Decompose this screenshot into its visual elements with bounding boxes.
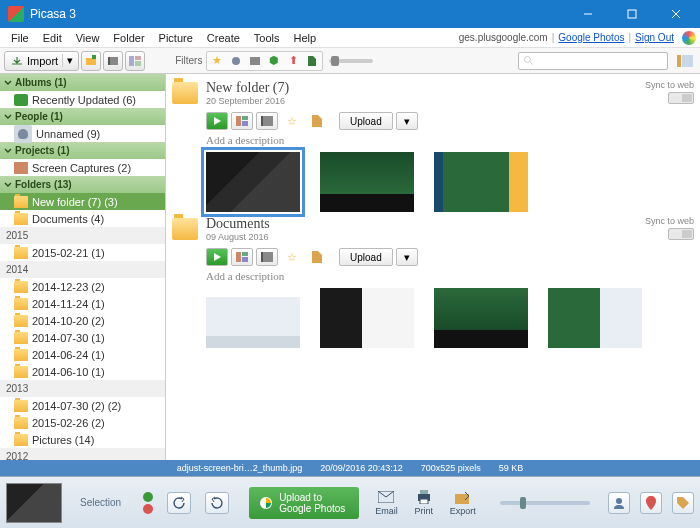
- sync-to-web[interactable]: Sync to web: [645, 80, 694, 106]
- import-button[interactable]: Import ▾: [4, 51, 79, 71]
- sidebar-year: 2014: [0, 261, 165, 278]
- upload-google-photos-button[interactable]: Upload to Google Photos: [249, 487, 359, 519]
- chevron-down-icon: ▾: [62, 54, 72, 67]
- movie-button[interactable]: [103, 51, 123, 71]
- sidebar-item-label: Unnamed (9): [36, 128, 100, 140]
- sidebar-item[interactable]: 2014-10-20 (2): [0, 312, 165, 329]
- folder-description[interactable]: Add a description: [206, 270, 694, 282]
- sidebar-item[interactable]: 2015-02-26 (2): [0, 414, 165, 431]
- menu-tools[interactable]: Tools: [247, 30, 287, 46]
- sidebar-header[interactable]: Projects (1): [0, 142, 165, 159]
- create-collage-button[interactable]: [231, 248, 253, 266]
- print-button[interactable]: Print: [414, 489, 434, 516]
- thumbnail[interactable]: [434, 288, 528, 348]
- collapse-icon: [4, 147, 12, 155]
- sidebar-item[interactable]: Screen Captures (2): [0, 159, 165, 176]
- sidebar-item[interactable]: 2014-07-30 (1): [0, 329, 165, 346]
- thumbnail[interactable]: [320, 288, 414, 348]
- sidebar-item[interactable]: Unnamed (9): [0, 125, 165, 142]
- folder-title[interactable]: New folder (7): [206, 80, 289, 96]
- sidebar-item[interactable]: Recently Updated (6): [0, 91, 165, 108]
- collage-button[interactable]: [125, 51, 145, 71]
- svg-rect-1: [628, 10, 636, 18]
- sidebar-header[interactable]: Albums (1): [0, 74, 165, 91]
- sync-toggle[interactable]: [668, 228, 694, 240]
- menu-folder[interactable]: Folder: [106, 30, 151, 46]
- thumbnail[interactable]: [320, 152, 414, 212]
- sidebar-item[interactable]: 2014-07-30 (2) (2): [0, 397, 165, 414]
- export-button[interactable]: Export: [450, 489, 476, 516]
- folder-icon: [14, 281, 28, 293]
- thumbnail[interactable]: [548, 288, 642, 348]
- filter-tags[interactable]: [303, 53, 321, 69]
- folder-icon: [172, 218, 198, 240]
- minimize-button[interactable]: [566, 0, 610, 28]
- menu-file[interactable]: File: [4, 30, 36, 46]
- sidebar-item[interactable]: 2014-06-24 (1): [0, 346, 165, 363]
- view-mode-button[interactable]: [674, 52, 696, 70]
- rotate-left-button[interactable]: [167, 492, 191, 514]
- menu-create[interactable]: Create: [200, 30, 247, 46]
- tags-button[interactable]: [672, 492, 694, 514]
- pin-hold-icon[interactable]: [143, 492, 153, 502]
- pin-clear-icon[interactable]: [143, 504, 153, 514]
- play-slideshow-button[interactable]: [206, 112, 228, 130]
- create-movie-button[interactable]: [256, 112, 278, 130]
- sidebar-item[interactable]: Pictures (14): [0, 431, 165, 448]
- menu-help[interactable]: Help: [287, 30, 324, 46]
- thumbnail[interactable]: [434, 152, 528, 212]
- selection-thumbnail[interactable]: [6, 483, 62, 523]
- sidebar-item[interactable]: 2014-06-10 (1): [0, 363, 165, 380]
- filter-uploads[interactable]: ⬆: [284, 53, 302, 69]
- sync-toggle[interactable]: [668, 92, 694, 104]
- thumbnail[interactable]: [206, 152, 300, 212]
- filter-faces[interactable]: [227, 53, 245, 69]
- folder-description[interactable]: Add a description: [206, 134, 694, 146]
- upload-menu-button[interactable]: ▾: [396, 112, 418, 130]
- rotate-right-button[interactable]: [205, 492, 229, 514]
- sidebar-item[interactable]: 2014-12-23 (2): [0, 278, 165, 295]
- filter-starred[interactable]: ★: [208, 53, 226, 69]
- sidebar-item[interactable]: 2014-11-24 (1): [0, 295, 165, 312]
- sidebar-item[interactable]: 2015-02-21 (1): [0, 244, 165, 261]
- close-button[interactable]: [654, 0, 698, 28]
- search-input[interactable]: [518, 52, 668, 70]
- tag-people-button[interactable]: [608, 492, 630, 514]
- sync-to-web[interactable]: Sync to web: [645, 216, 694, 242]
- filter-geo[interactable]: ⬢: [265, 53, 283, 69]
- sidebar-item[interactable]: Documents (4): [0, 210, 165, 227]
- folder-actions: ☆Upload▾: [206, 112, 694, 130]
- create-collage-button[interactable]: [231, 112, 253, 130]
- selection-label: Selection: [80, 497, 121, 508]
- upload-button[interactable]: Upload: [339, 248, 393, 266]
- sidebar-item-label: 2014-12-23 (2): [32, 281, 105, 293]
- email-button[interactable]: Email: [375, 489, 398, 516]
- content-area[interactable]: New folder (7)20 September 2016Sync to w…: [166, 74, 700, 460]
- sidebar-header[interactable]: Folders (13): [0, 176, 165, 193]
- svg-line-14: [530, 61, 533, 64]
- zoom-slider[interactable]: [500, 501, 590, 505]
- maximize-button[interactable]: [610, 0, 654, 28]
- star-button[interactable]: ☆: [281, 248, 303, 266]
- filter-movies[interactable]: [246, 53, 264, 69]
- menu-picture[interactable]: Picture: [152, 30, 200, 46]
- star-button[interactable]: ☆: [281, 112, 303, 130]
- menu-edit[interactable]: Edit: [36, 30, 69, 46]
- google-photos-link[interactable]: Google Photos: [558, 32, 624, 43]
- sidebar-header[interactable]: People (1): [0, 108, 165, 125]
- tag-button[interactable]: [306, 248, 328, 266]
- upload-menu-button[interactable]: ▾: [396, 248, 418, 266]
- geotag-button[interactable]: [640, 492, 662, 514]
- filter-slider[interactable]: [329, 59, 373, 63]
- play-slideshow-button[interactable]: [206, 248, 228, 266]
- new-album-button[interactable]: [81, 51, 101, 71]
- thumbnail[interactable]: [206, 288, 300, 348]
- upload-button[interactable]: Upload: [339, 112, 393, 130]
- create-movie-button[interactable]: [256, 248, 278, 266]
- sidebar-item[interactable]: New folder (7) (3): [0, 193, 165, 210]
- sign-out-link[interactable]: Sign Out: [635, 32, 674, 43]
- sidebar[interactable]: Albums (1)Recently Updated (6)People (1)…: [0, 74, 166, 460]
- folder-title[interactable]: Documents: [206, 216, 270, 232]
- menu-view[interactable]: View: [69, 30, 107, 46]
- tag-button[interactable]: [306, 112, 328, 130]
